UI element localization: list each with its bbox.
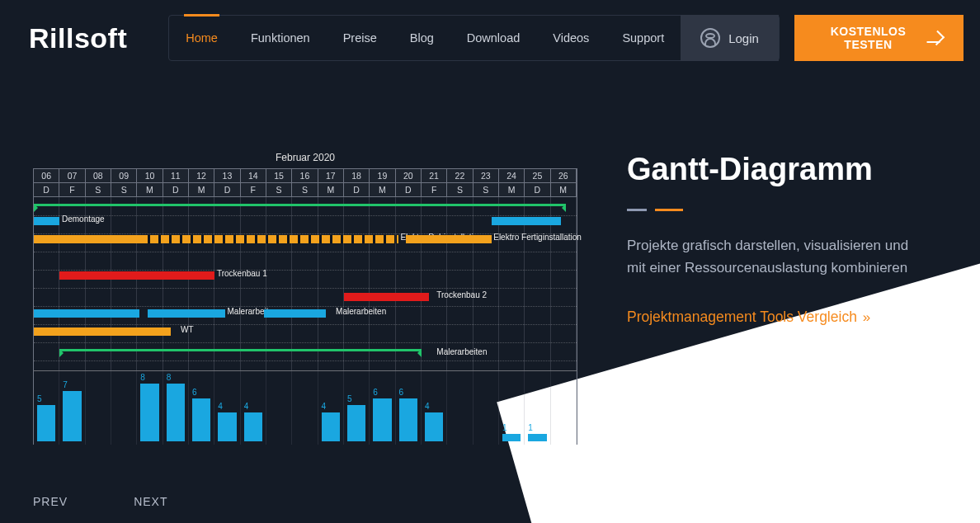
- nav-funktionen[interactable]: Funktionen: [234, 15, 327, 61]
- nav-support[interactable]: Support: [605, 15, 681, 61]
- page-description: Projekte grafisch darstellen, visualisie…: [627, 234, 924, 279]
- compare-link[interactable]: Projektmanagement Tools Vergleich »: [627, 309, 867, 325]
- gantt-month: Februar 2020: [33, 152, 577, 163]
- arrow-right-icon: [930, 31, 945, 45]
- gantt-widget: Februar 2020 060708091011121314151617181…: [33, 152, 577, 445]
- nav-preise[interactable]: Preise: [327, 15, 393, 61]
- info-panel: Gantt-Diagramm Projekte grafisch darstel…: [627, 152, 924, 445]
- gantt-calendar-header: 0607080910111213141516171819202122232425…: [33, 168, 577, 197]
- gantt-chart: DemontageElektro RohinstallationElektro …: [33, 197, 577, 370]
- cta-button[interactable]: KOSTENLOS TESTEN: [794, 15, 964, 61]
- main-nav: Home Funktionen Preise Blog Download Vid…: [168, 15, 780, 61]
- chevron-right-icon: »: [863, 309, 867, 325]
- nav-blog[interactable]: Blog: [393, 15, 450, 61]
- prev-button[interactable]: PREV: [33, 495, 68, 508]
- page-title: Gantt-Diagramm: [627, 152, 924, 187]
- brand-logo[interactable]: Rillsoft: [29, 22, 127, 54]
- user-icon: [700, 28, 720, 48]
- nav-download[interactable]: Download: [450, 15, 537, 61]
- login-button[interactable]: Login: [681, 15, 779, 61]
- nav-home[interactable]: Home: [169, 15, 234, 61]
- next-button[interactable]: NEXT: [134, 495, 167, 508]
- resource-chart: 57886444566411: [33, 370, 577, 445]
- top-bar: Rillsoft Home Funktionen Preise Blog Dow…: [0, 0, 980, 61]
- nav-videos[interactable]: Videos: [536, 15, 605, 61]
- cta-label: KOSTENLOS TESTEN: [816, 25, 921, 51]
- carousel-pager: PREV NEXT: [33, 495, 167, 508]
- login-label: Login: [728, 31, 759, 45]
- accent-divider: [627, 209, 924, 211]
